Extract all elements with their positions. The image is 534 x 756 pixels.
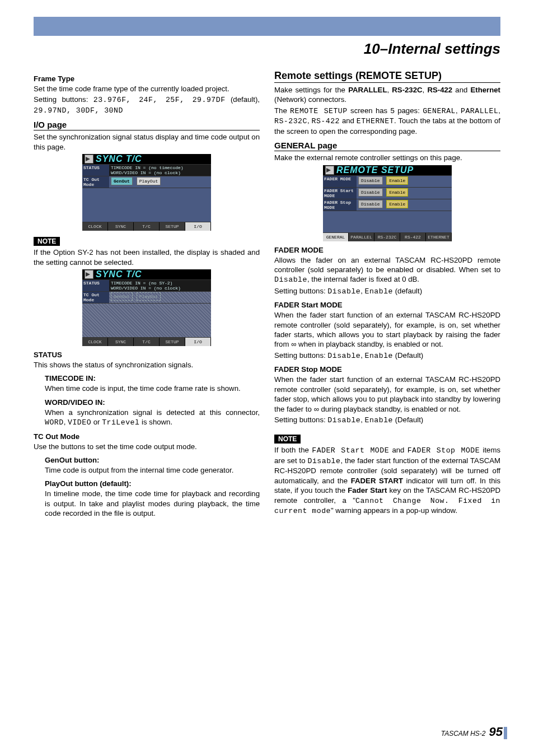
- tab-rs422[interactable]: RS-422: [400, 233, 426, 241]
- fader-start-mode-label: FADER Start MODE: [323, 188, 357, 199]
- remote-settings-heading: Remote settings (REMOTE SETUP): [274, 70, 500, 83]
- tc-out-label2: TC Out Mode: [82, 292, 109, 303]
- tab-tc[interactable]: T/C: [134, 222, 160, 231]
- fader-mode-label: FADER MODE: [323, 176, 357, 187]
- rp1c: ,: [387, 86, 392, 94]
- fst-p2a: Setting buttons:: [274, 416, 327, 424]
- tab-clock2[interactable]: CLOCK: [82, 338, 108, 346]
- status-line1: TIMECODE IN = (no timecode): [111, 165, 184, 170]
- fm-p2e: (default): [393, 287, 422, 295]
- n2j: Fader Start: [348, 486, 387, 494]
- sync-tc-screenshot-1: SYNC T/C STATUS TIMECODE IN = (no timeco…: [82, 154, 211, 231]
- word-video-in-heading: WORD/VIDEO IN:: [45, 398, 260, 407]
- fst-p2c: ,: [360, 416, 364, 424]
- timecode-in-heading: TIMECODE IN:: [45, 374, 260, 382]
- remote-setup-title: REMOTE SETUP: [336, 165, 414, 175]
- wvin-sep2: or: [91, 418, 102, 426]
- fader-mode-body: Disable Enable: [357, 176, 452, 187]
- frame-type-desc: Set the time code frame type of the curr…: [34, 84, 260, 94]
- frame-type-btns-mono1: 23.976F, 24F, 25F, 29.97DF: [93, 96, 226, 104]
- ss-spacer2: [82, 303, 211, 337]
- enable-button-3[interactable]: Enable: [386, 200, 408, 208]
- footer-model: TASCAM HS-2: [441, 730, 486, 738]
- tab-sync2[interactable]: SYNC: [108, 338, 134, 346]
- tc-out-mode-desc: Use the buttons to set the time code out…: [34, 442, 260, 451]
- right-column: Remote settings (REMOTE SETUP) Make sett…: [274, 70, 500, 520]
- fm-p1c: , the internal fader is fixed at 0 dB.: [307, 275, 419, 283]
- enable-button-1[interactable]: Enable: [386, 176, 408, 185]
- tab-io2[interactable]: I/O: [185, 338, 211, 346]
- remote-p1: Make settings for the PARALLEL, RS-232C,…: [274, 85, 500, 105]
- header-bar: [34, 17, 500, 36]
- rp1i: (Network) connectors.: [274, 95, 346, 104]
- rp2k: and: [340, 116, 357, 125]
- rp1a: Make settings for the: [274, 86, 348, 94]
- io-page-heading: I/O page: [34, 120, 260, 130]
- page-number: 95: [489, 725, 503, 739]
- tab-sync[interactable]: SYNC: [108, 222, 134, 231]
- enable-button-2[interactable]: Enable: [386, 188, 408, 197]
- tab-rs232c[interactable]: RS-232C: [374, 233, 400, 241]
- n2h: FADER START: [351, 477, 403, 485]
- status2-line2: WORD/VIDEO IN = (no clock): [111, 286, 181, 291]
- tab-io[interactable]: I/O: [185, 222, 211, 231]
- word-video-in-desc: When a synchronization signal is detecte…: [45, 408, 260, 428]
- fs-p2c: ,: [360, 351, 364, 360]
- tc-out-label: TC Out Mode: [82, 176, 109, 188]
- tab-setup2[interactable]: SETUP: [160, 338, 185, 346]
- status-body: TIMECODE IN = (no timecode) WORD/VIDEO I…: [109, 165, 211, 176]
- fs-p2e: (Default): [393, 351, 423, 360]
- status-label: STATUS: [82, 165, 109, 176]
- tab-clock[interactable]: CLOCK: [82, 222, 108, 231]
- rp1h: Ethernet: [471, 86, 501, 94]
- rp2b: REMOTE SETUP: [290, 107, 348, 115]
- sync-tc-screenshot-2: SYNC T/C STATUS TIMECODE IN = (no SY-2) …: [82, 269, 211, 346]
- fm-p2a: Setting buttons:: [274, 287, 327, 295]
- note-label-1: NOTE: [34, 237, 60, 246]
- status-body2: TIMECODE IN = (no SY-2) WORD/VIDEO IN = …: [109, 280, 211, 291]
- wvin-mono2: VIDEO: [68, 418, 91, 427]
- tab-general[interactable]: GENERAL: [323, 233, 349, 241]
- genout-button-heading: GenOut button:: [45, 456, 260, 464]
- rp1f: RS-422: [427, 86, 452, 94]
- io-page-desc: Set the synchronization signal status di…: [34, 132, 260, 152]
- tab-tc2[interactable]: T/C: [134, 338, 160, 346]
- tab-setup[interactable]: SETUP: [160, 222, 185, 231]
- fm-p2b: Disable: [327, 287, 360, 296]
- back-icon: [325, 166, 334, 175]
- genout-button[interactable]: GenOut: [111, 177, 133, 185]
- rp2g: ,: [498, 106, 500, 115]
- general-page-desc: Make the external remote controller sett…: [274, 153, 500, 162]
- sync-tc-title2: SYNC T/C: [96, 269, 142, 279]
- fader-mode-heading: FADER MODE: [274, 246, 500, 254]
- fader-stop-buttons: Setting buttons: Disable, Enable (Defaul…: [274, 415, 500, 425]
- status2-line1: TIMECODE IN = (no SY-2): [111, 281, 172, 286]
- disable-button-1[interactable]: Disable: [358, 176, 383, 185]
- fader-stop-desc: When the fader start function of an exte…: [274, 375, 500, 414]
- status-line2: WORD/VIDEO IN = (no clock): [111, 170, 181, 175]
- playout-button[interactable]: PlayOut: [137, 177, 161, 185]
- disable-button-3[interactable]: Disable: [358, 200, 383, 208]
- tab-parallel[interactable]: PARALLEL: [349, 233, 374, 241]
- fm-p2c: ,: [360, 287, 364, 295]
- fst-p2d: Enable: [365, 416, 393, 424]
- footer: TASCAM HS-2 95: [441, 725, 503, 739]
- ss-spacer: [82, 188, 211, 222]
- tc-out-mode-heading: TC Out Mode: [34, 432, 260, 441]
- rp1b: PARALLEL: [348, 86, 387, 94]
- sync-tc-title: SYNC T/C: [96, 154, 142, 164]
- general-page-heading: GENERAL page: [274, 141, 500, 151]
- disable-button-2[interactable]: Disable: [358, 188, 383, 197]
- genout-button-desc: Time code is output from the internal ti…: [45, 465, 260, 475]
- tab-ethernet[interactable]: ETHERNET: [426, 233, 452, 241]
- note-1-text: If the Option SY-2 has not been installe…: [34, 248, 260, 267]
- rp2l: ETHERNET: [357, 117, 394, 125]
- frame-type-btns-default: (default),: [226, 95, 260, 104]
- playout-button-disabled: PlayOut: [137, 292, 161, 301]
- fader-start-desc: When the fader start function of an exte…: [274, 310, 500, 349]
- status-label2: STATUS: [82, 280, 109, 291]
- timecode-in-desc: When time code is input, the time code f…: [45, 384, 260, 393]
- frame-type-btns-prefix: Setting buttons:: [34, 95, 93, 104]
- left-column: Frame Type Set the time code frame type …: [34, 70, 260, 520]
- frame-type-heading: Frame Type: [34, 74, 260, 83]
